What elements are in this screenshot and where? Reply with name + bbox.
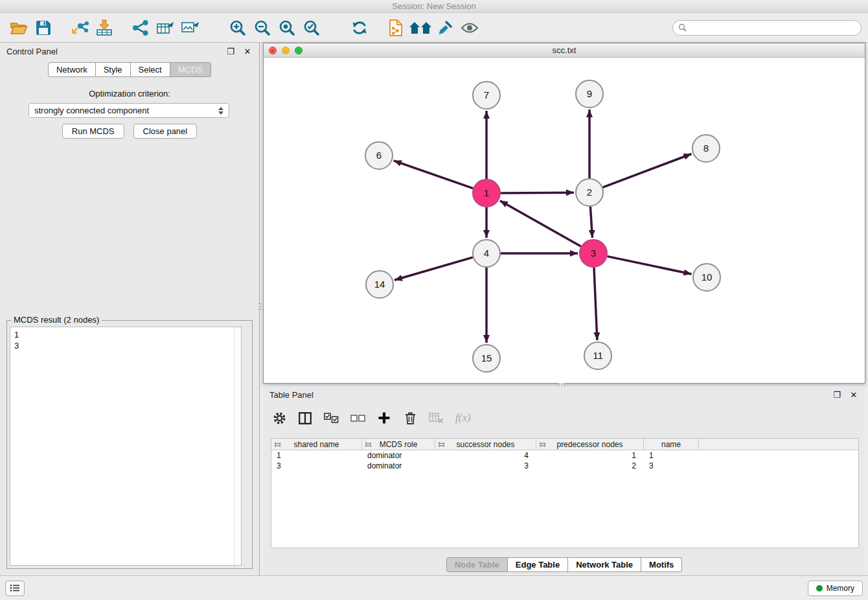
column-header-shared-name[interactable]: shared name <box>271 439 362 450</box>
close-panel-button[interactable]: Close panel <box>133 124 198 139</box>
table-row[interactable]: 3 dominator 3 2 3 <box>271 461 858 471</box>
cell-predecessor-nodes[interactable]: 2 <box>536 461 644 471</box>
save-session-button[interactable] <box>31 16 56 40</box>
graph-edge-4-14[interactable] <box>394 257 473 280</box>
mcds-result-item[interactable]: 1 <box>10 327 241 340</box>
maximize-window-icon[interactable]: + <box>295 47 303 54</box>
toolbar-search[interactable] <box>672 20 862 36</box>
zoom-out-button[interactable] <box>250 16 275 40</box>
network-window-title: scc.txt <box>553 45 577 55</box>
graph-edge-2-3[interactable] <box>590 207 592 238</box>
import-table-button[interactable] <box>92 16 117 40</box>
graph-edge-2-8[interactable] <box>603 154 692 188</box>
column-header-mcds-role[interactable]: MCDS role <box>362 439 435 450</box>
zoom-fit-button[interactable] <box>275 16 299 40</box>
control-panel-tabs: Network Style Select MCDS <box>0 62 259 77</box>
graph-node-label-14: 14 <box>374 279 385 290</box>
tab-mcds[interactable]: MCDS <box>170 62 211 77</box>
function-builder-button[interactable]: f(x) <box>455 410 471 426</box>
graph-edge-3-10[interactable] <box>608 257 692 274</box>
mcds-result-item[interactable]: 3 <box>10 340 241 351</box>
cell-name[interactable]: 3 <box>644 461 699 471</box>
memory-status-icon <box>816 585 823 592</box>
memory-label: Memory <box>827 584 854 593</box>
cell-shared-name[interactable]: 3 <box>271 461 362 471</box>
criterion-select[interactable]: strongly connected component <box>29 103 229 118</box>
create-column-button[interactable] <box>377 410 391 426</box>
brush-button[interactable] <box>433 16 457 40</box>
gear-icon <box>273 411 286 425</box>
column-header-label: name <box>661 440 681 449</box>
save-icon <box>36 20 51 36</box>
network-graph[interactable]: 7968124314101511 <box>264 58 865 383</box>
tab-style[interactable]: Style <box>96 62 131 77</box>
mcds-result-list[interactable]: 1 3 <box>10 327 242 566</box>
graph-edge-3-1[interactable] <box>500 201 581 246</box>
graph-node-label-9: 9 <box>587 88 592 99</box>
tab-select[interactable]: Select <box>131 62 170 77</box>
close-panel-icon[interactable]: ✕ <box>242 46 253 56</box>
close-table-panel-icon[interactable]: ✕ <box>849 389 859 400</box>
unselect-all-columns-button[interactable] <box>350 410 365 426</box>
minimize-window-icon[interactable]: − <box>282 47 290 54</box>
zoom-fit-icon <box>279 19 295 36</box>
table-row[interactable]: 1 dominator 4 1 1 <box>271 450 858 461</box>
columns-icon <box>299 412 312 424</box>
refresh-view-button[interactable] <box>347 16 372 40</box>
graph-edge-3-11[interactable] <box>594 268 597 340</box>
column-header-predecessor-nodes[interactable]: predecessor nodes <box>536 439 644 450</box>
zoom-in-button[interactable] <box>225 16 250 40</box>
control-panel-title: Control Panel <box>6 47 58 56</box>
export-table-button[interactable] <box>153 16 177 40</box>
tab-node-table[interactable]: Node Table <box>446 557 508 572</box>
search-input[interactable] <box>690 23 856 32</box>
splitter-grip-vertical[interactable] <box>258 303 262 310</box>
table-settings-button[interactable] <box>272 410 286 426</box>
delete-table-button[interactable] <box>429 410 444 426</box>
column-header-name[interactable]: name <box>644 439 699 450</box>
cell-successor-nodes[interactable]: 4 <box>435 450 536 461</box>
export-image-button[interactable] <box>177 16 202 40</box>
memory-button[interactable]: Memory <box>808 581 863 596</box>
close-window-icon[interactable]: ✕ <box>269 47 277 54</box>
network-window-titlebar[interactable]: ✕ − + scc.txt <box>264 43 865 58</box>
cell-mcds-role[interactable]: dominator <box>362 450 435 461</box>
column-header-successor-nodes[interactable]: successor nodes <box>435 439 536 450</box>
column-header-label: successor nodes <box>456 440 514 449</box>
import-network-button[interactable] <box>67 16 92 40</box>
float-table-panel-icon[interactable]: ❐ <box>832 389 842 400</box>
window-title: Session: New Session <box>392 1 475 11</box>
result-scrollbar[interactable] <box>234 327 241 565</box>
tab-motifs[interactable]: Motifs <box>641 557 682 572</box>
clone-network-button[interactable] <box>128 16 153 40</box>
graph-edge-1-2[interactable] <box>501 192 574 193</box>
cell-shared-name[interactable]: 1 <box>271 450 362 461</box>
column-sort-icon <box>438 441 445 448</box>
tab-edge-table[interactable]: Edge Table <box>508 557 568 572</box>
tab-network[interactable]: Network <box>48 62 96 77</box>
show-panels-button[interactable] <box>5 581 25 596</box>
graph-node-label-3: 3 <box>591 248 596 259</box>
show-columns-button[interactable] <box>298 410 312 426</box>
open-session-button[interactable] <box>6 16 31 40</box>
graph-edge-1-6[interactable] <box>394 161 474 189</box>
cell-mcds-role[interactable]: dominator <box>362 461 435 471</box>
first-neighbors-button[interactable] <box>408 16 433 40</box>
status-bar: Memory <box>0 575 868 600</box>
float-panel-icon[interactable]: ❐ <box>225 46 236 56</box>
tab-network-table[interactable]: Network Table <box>568 557 641 572</box>
column-header-label: shared name <box>293 440 339 449</box>
delete-column-button[interactable] <box>403 410 417 426</box>
cell-predecessor-nodes[interactable]: 1 <box>536 450 644 461</box>
select-all-columns-button[interactable] <box>324 410 339 426</box>
cell-successor-nodes[interactable]: 3 <box>435 461 536 471</box>
window-titlebar[interactable]: Session: New Session <box>0 0 868 13</box>
zoom-selected-button[interactable] <box>299 16 324 40</box>
brush-icon <box>437 19 453 36</box>
share-document-button[interactable] <box>383 16 408 40</box>
run-mcds-button[interactable]: Run MCDS <box>62 124 124 139</box>
show-hide-button[interactable] <box>457 16 482 40</box>
eye-icon <box>461 22 479 34</box>
import-table-icon <box>96 19 113 36</box>
cell-name[interactable]: 1 <box>644 450 699 461</box>
